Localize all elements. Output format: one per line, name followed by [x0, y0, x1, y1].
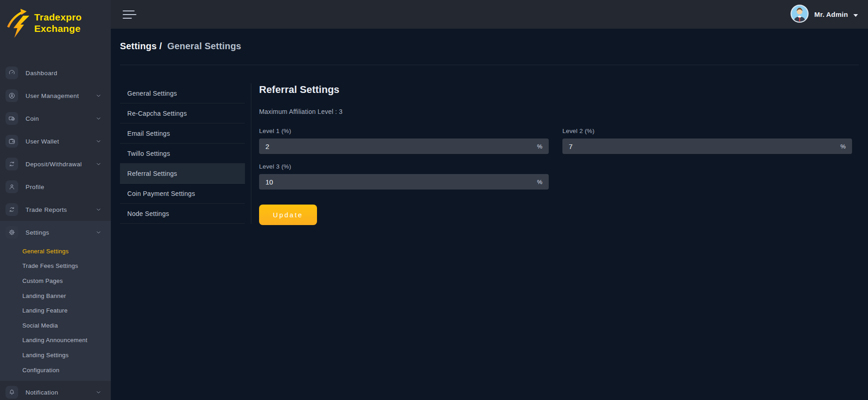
- settings-panel: General Settings Re-Capcha Settings Emai…: [120, 83, 859, 225]
- swap-arrows-icon: [5, 203, 18, 216]
- sidebar-item-user-management[interactable]: User Management: [0, 84, 111, 107]
- sidebar-item-profile[interactable]: Profile: [0, 175, 111, 198]
- user-name: Mr. Admin: [814, 10, 848, 18]
- sidebar-subitem-landing-banner[interactable]: Landing Banner: [0, 288, 111, 303]
- sidebar-subitem-landing-announcement[interactable]: Landing Announcement: [0, 333, 111, 348]
- max-affiliation-text: Maximum Affiliation Level : 3: [259, 108, 852, 115]
- sidebar-subitem-general-settings[interactable]: General Settings: [0, 244, 111, 259]
- sidebar-item-dashboard[interactable]: Dashboard: [0, 62, 111, 84]
- divider: [120, 65, 859, 65]
- sidebar-item-label: User Management: [26, 92, 79, 99]
- level-2-label: Level 2 (%): [562, 128, 852, 134]
- person-icon: [5, 180, 18, 193]
- page-title: Referral Settings: [259, 84, 852, 96]
- level-2-input[interactable]: [562, 138, 852, 154]
- brand-logo[interactable]: Tradexpro Exchange: [0, 0, 111, 62]
- level-3-field: Level 3 (%) %: [259, 163, 549, 190]
- sidebar-item-label: Dashboard: [26, 70, 57, 77]
- percent-suffix: %: [840, 143, 846, 150]
- coin-icon: $: [5, 112, 18, 125]
- update-button[interactable]: Update: [259, 205, 317, 225]
- level-1-field: Level 1 (%) %: [259, 128, 549, 154]
- avatar: [790, 5, 809, 25]
- sidebar-subitem-landing-feature[interactable]: Landing Feature: [0, 303, 111, 318]
- settings-submenu: General Settings Trade Fees Settings Cus…: [0, 244, 111, 381]
- main-content: Settings / General Settings General Sett…: [111, 29, 868, 400]
- sidebar-subitem-social-media[interactable]: Social Media: [0, 318, 111, 333]
- level-1-label: Level 1 (%): [259, 128, 549, 134]
- sidebar-item-user-wallet[interactable]: User Wallet: [0, 130, 111, 153]
- percent-suffix: %: [537, 179, 542, 185]
- chevron-down-icon: [95, 115, 102, 122]
- bell-icon: [5, 386, 18, 399]
- menu-icon[interactable]: [123, 8, 136, 21]
- sidebar-item-trade-reports[interactable]: Trade Reports: [0, 198, 111, 221]
- svg-text:$: $: [12, 118, 14, 120]
- sidebar-item-deposit-withdrawal[interactable]: Deposit/Withdrawal: [0, 153, 111, 175]
- user-circle-icon: [5, 89, 18, 102]
- level-1-input[interactable]: [259, 138, 549, 154]
- swap-arrows-icon: [5, 158, 18, 170]
- sidebar-item-label: Deposit/Withdrawal: [26, 161, 82, 168]
- settings-nav-item-twillo-settings[interactable]: Twillo Settings: [120, 144, 245, 164]
- settings-nav-item-re-capcha-settings[interactable]: Re-Capcha Settings: [120, 103, 245, 123]
- chevron-down-icon: [95, 389, 102, 395]
- chevron-down-icon: [95, 206, 102, 213]
- level-2-field: Level 2 (%) %: [562, 128, 852, 154]
- user-menu[interactable]: Mr. Admin: [790, 5, 858, 25]
- settings-nav-item-email-settings[interactable]: Email Settings: [120, 123, 245, 144]
- referral-settings-form: Referral Settings Maximum Affiliation Le…: [259, 83, 859, 225]
- level-3-label: Level 3 (%): [259, 163, 549, 170]
- settings-nav-item-general-settings[interactable]: General Settings: [120, 83, 245, 103]
- percent-suffix: %: [537, 143, 542, 150]
- caret-down-icon: [853, 10, 858, 19]
- top-bar: Mr. Admin: [111, 0, 868, 29]
- sidebar-item-label: Coin: [26, 115, 39, 122]
- chevron-down-icon: [95, 92, 102, 99]
- gauge-icon: [5, 67, 18, 79]
- settings-nav-item-coin-payment-settings[interactable]: Coin Payment Settings: [120, 184, 245, 204]
- level-3-input[interactable]: [259, 174, 549, 190]
- sidebar-item-notification[interactable]: Notification: [0, 381, 111, 400]
- settings-nav-item-node-settings[interactable]: Node Settings: [120, 204, 245, 224]
- sidebar: Tradexpro Exchange Dashboard User Manage…: [0, 0, 111, 400]
- brand-name: Tradexpro Exchange: [34, 11, 82, 34]
- sidebar-item-label: Settings: [26, 229, 49, 236]
- sidebar-subitem-configuration[interactable]: Configuration: [0, 363, 111, 378]
- sidebar-item-label: Notification: [26, 389, 58, 396]
- sidebar-item-label: Trade Reports: [26, 206, 67, 213]
- wallet-icon: [5, 135, 18, 148]
- sidebar-subitem-trade-fees-settings[interactable]: Trade Fees Settings: [0, 259, 111, 274]
- sidebar-item-label: User Wallet: [26, 138, 59, 145]
- sidebar-subitem-custom-pages[interactable]: Custom Pages: [0, 273, 111, 288]
- settings-nav: General Settings Re-Capcha Settings Emai…: [120, 83, 251, 224]
- settings-nav-item-referral-settings[interactable]: Referral Settings: [120, 164, 245, 184]
- gear-icon: [5, 226, 18, 239]
- breadcrumb-page: General Settings: [167, 41, 241, 51]
- sidebar-settings-group: Settings General Settings Trade Fees Set…: [0, 221, 111, 381]
- sidebar-item-coin[interactable]: $ Coin: [0, 107, 111, 130]
- brand-arrow-icon: [5, 7, 32, 42]
- sidebar-subitem-landing-settings[interactable]: Landing Settings: [0, 348, 111, 363]
- chevron-down-icon: [95, 229, 102, 236]
- chevron-down-icon: [95, 161, 102, 167]
- sidebar-item-settings[interactable]: Settings: [0, 221, 111, 244]
- breadcrumb-section: Settings /: [120, 41, 162, 51]
- chevron-down-icon: [95, 138, 102, 144]
- breadcrumb: Settings / General Settings: [120, 29, 859, 51]
- sidebar-item-label: Profile: [26, 184, 44, 190]
